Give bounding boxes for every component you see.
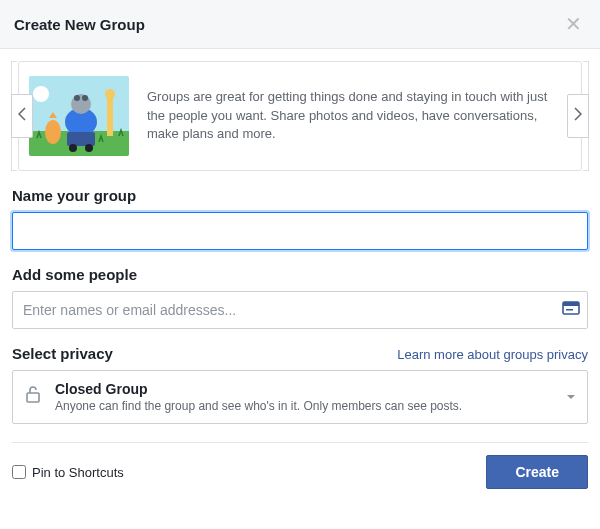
svg-point-13 xyxy=(85,144,93,152)
privacy-text: Closed Group Anyone can find the group a… xyxy=(55,381,462,413)
create-group-dialog: Create New Group ✕ xyxy=(0,0,600,529)
privacy-selector[interactable]: Closed Group Anyone can find the group a… xyxy=(12,370,588,424)
privacy-learn-more-link[interactable]: Learn more about groups privacy xyxy=(397,347,588,362)
contact-card-icon[interactable] xyxy=(562,299,580,321)
carousel-next-button[interactable] xyxy=(567,94,589,138)
banner-text: Groups are great for getting things done… xyxy=(147,88,563,145)
pin-checkbox[interactable] xyxy=(12,465,26,479)
privacy-header-row: Select privacy Learn more about groups p… xyxy=(12,345,588,362)
svg-point-2 xyxy=(33,86,49,102)
banner-card: Groups are great for getting things done… xyxy=(18,61,582,171)
group-name-input[interactable] xyxy=(12,212,588,250)
dialog-header: Create New Group ✕ xyxy=(0,0,600,49)
svg-point-10 xyxy=(105,89,115,99)
banner-illustration xyxy=(29,76,129,156)
add-people-input[interactable] xyxy=(12,291,588,329)
banner-carousel: Groups are great for getting things done… xyxy=(12,61,588,171)
svg-rect-17 xyxy=(27,393,39,402)
dialog-title: Create New Group xyxy=(14,16,145,33)
privacy-option-title: Closed Group xyxy=(55,381,462,397)
chevron-down-icon xyxy=(567,395,575,399)
carousel-prev-button[interactable] xyxy=(11,94,33,138)
svg-point-4 xyxy=(71,94,91,114)
svg-point-12 xyxy=(69,144,77,152)
privacy-label: Select privacy xyxy=(12,345,113,362)
divider xyxy=(12,442,588,443)
people-label: Add some people xyxy=(12,266,588,283)
chevron-left-icon xyxy=(18,107,26,125)
svg-rect-16 xyxy=(566,309,573,311)
svg-point-7 xyxy=(45,120,61,144)
dialog-footer: Pin to Shortcuts Create xyxy=(12,455,588,489)
svg-point-6 xyxy=(82,95,88,101)
chevron-right-icon xyxy=(574,107,582,125)
svg-rect-15 xyxy=(563,302,579,306)
create-button[interactable]: Create xyxy=(486,455,588,489)
pin-label: Pin to Shortcuts xyxy=(32,465,124,480)
people-input-wrap xyxy=(12,291,588,329)
pin-to-shortcuts[interactable]: Pin to Shortcuts xyxy=(12,465,124,480)
close-button[interactable]: ✕ xyxy=(561,12,586,36)
unlock-icon xyxy=(23,384,43,408)
name-label: Name your group xyxy=(12,187,588,204)
svg-rect-11 xyxy=(67,132,95,146)
dialog-body: Groups are great for getting things done… xyxy=(0,49,600,529)
svg-rect-9 xyxy=(107,96,113,136)
svg-point-5 xyxy=(74,95,80,101)
privacy-option-desc: Anyone can find the group and see who's … xyxy=(55,399,462,413)
close-icon: ✕ xyxy=(565,13,582,35)
